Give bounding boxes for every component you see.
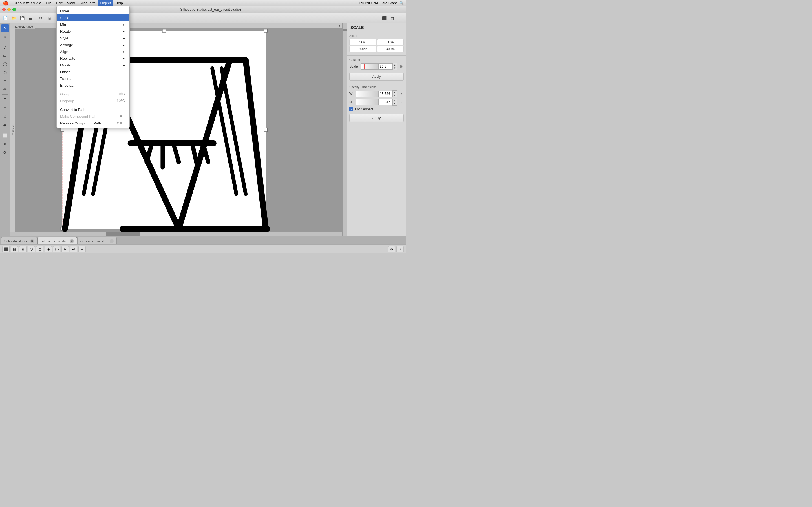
menu-release-compound-label: Release Compound Path xyxy=(60,121,116,125)
menu-align-arrow: ▶ xyxy=(123,50,125,53)
menu-trace-label: Trace... xyxy=(60,76,125,81)
menu-group-label: Group xyxy=(60,92,119,96)
menu-make-compound[interactable]: Make Compound Path ⌘E xyxy=(57,113,130,120)
menu-replicate-arrow: ▶ xyxy=(123,57,125,60)
menu-convert-path[interactable]: Convert to Path xyxy=(57,106,130,113)
menu-group[interactable]: Group ⌘G xyxy=(57,91,130,98)
menu-arrange-arrow: ▶ xyxy=(123,43,125,47)
menu-make-compound-label: Make Compound Path xyxy=(60,114,119,119)
menu-replicate-label: Replicate xyxy=(60,56,123,61)
menu-release-compound[interactable]: Release Compound Path ⇧⌘E xyxy=(57,120,130,126)
menu-style-label: Style xyxy=(60,36,123,40)
object-dropdown-menu: Move... Scale... Mirror ▶ Rotate ▶ Style… xyxy=(56,6,130,128)
menu-ungroup-shortcut: ⇧⌘G xyxy=(116,99,125,103)
menu-mirror-label: Mirror xyxy=(60,22,123,27)
menu-align[interactable]: Align ▶ xyxy=(57,48,130,55)
menu-convert-path-label: Convert to Path xyxy=(60,108,125,112)
menu-move-label: Move... xyxy=(60,9,125,13)
menu-arrange[interactable]: Arrange ▶ xyxy=(57,41,130,48)
menu-scale-label: Scale... xyxy=(60,16,125,20)
menu-make-compound-shortcut: ⌘E xyxy=(119,114,125,118)
menu-ungroup[interactable]: Ungroup ⇧⌘G xyxy=(57,98,130,104)
menu-arrange-label: Arrange xyxy=(60,43,123,47)
menu-offset-label: Offset... xyxy=(60,70,125,74)
menu-rotate-label: Rotate xyxy=(60,29,123,34)
menu-mirror-arrow: ▶ xyxy=(123,23,125,26)
menu-align-label: Align xyxy=(60,50,123,54)
menu-modify-arrow: ▶ xyxy=(123,64,125,67)
menu-replicate[interactable]: Replicate ▶ xyxy=(57,55,130,62)
menu-separator-2 xyxy=(57,105,130,105)
menu-scale[interactable]: Scale... xyxy=(57,14,130,21)
menu-effects-label: Effects... xyxy=(60,83,125,88)
menu-group-shortcut: ⌘G xyxy=(119,92,125,96)
menu-effects[interactable]: Effects... xyxy=(57,82,130,89)
menu-release-compound-shortcut: ⇧⌘E xyxy=(116,121,125,125)
menu-trace[interactable]: Trace... xyxy=(57,75,130,82)
menu-move[interactable]: Move... xyxy=(57,8,130,14)
menu-rotate-arrow: ▶ xyxy=(123,30,125,33)
menu-style-arrow: ▶ xyxy=(123,37,125,40)
menu-style[interactable]: Style ▶ xyxy=(57,35,130,41)
menu-rotate[interactable]: Rotate ▶ xyxy=(57,28,130,35)
menu-ungroup-label: Ungroup xyxy=(60,99,116,103)
menu-modify-label: Modify xyxy=(60,63,123,67)
menu-separator-1 xyxy=(57,90,130,90)
menu-modify[interactable]: Modify ▶ xyxy=(57,62,130,68)
menu-offset[interactable]: Offset... xyxy=(57,68,130,75)
menu-mirror[interactable]: Mirror ▶ xyxy=(57,21,130,28)
